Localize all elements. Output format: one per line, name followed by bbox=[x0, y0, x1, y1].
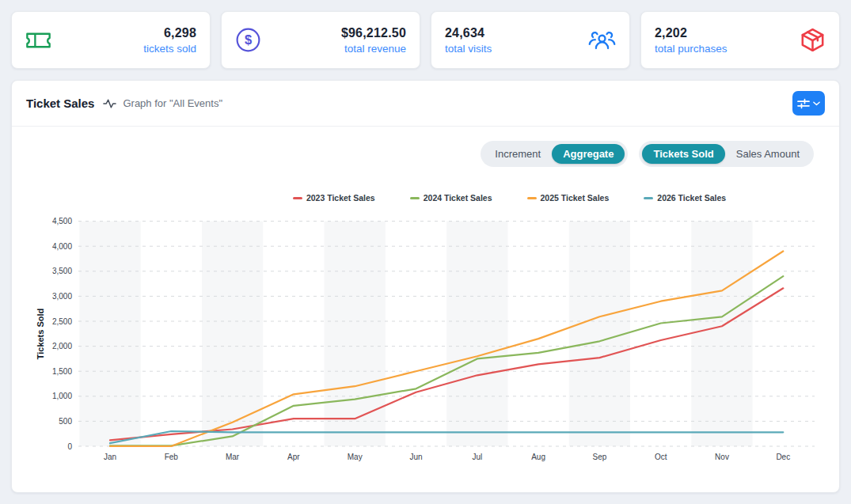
x-tick-label: Oct bbox=[655, 453, 667, 461]
chevron-down-icon bbox=[813, 101, 820, 106]
toggle-sales-amount[interactable]: Sales Amount bbox=[725, 144, 811, 164]
y-tick-label: 2,500 bbox=[52, 317, 72, 326]
legend-label: 2023 Ticket Sales bbox=[306, 193, 375, 203]
x-tick-label: Dec bbox=[776, 453, 790, 461]
x-tick-label: Nov bbox=[715, 453, 729, 461]
ticket-sales-chart[interactable]: 05001,0001,5002,0002,5003,0003,5004,0004… bbox=[12, 215, 839, 468]
stat-value: 2,202 bbox=[655, 26, 728, 40]
x-tick-label: Sep bbox=[593, 453, 607, 461]
y-tick-label: 2,000 bbox=[52, 342, 72, 351]
stat-card-total-visits: 24,634 total visits bbox=[431, 11, 630, 69]
legend-label: 2024 Ticket Sales bbox=[424, 193, 492, 203]
y-tick-label: 3,500 bbox=[52, 267, 72, 275]
x-tick-label: Feb bbox=[165, 453, 179, 461]
stat-label: total visits bbox=[445, 43, 492, 55]
legend-marker bbox=[644, 197, 653, 199]
dollar-coin-icon: $ bbox=[235, 27, 261, 53]
stat-value: $96,212.50 bbox=[341, 26, 406, 40]
plot-band bbox=[691, 222, 752, 446]
stat-label: total purchases bbox=[655, 43, 728, 55]
x-tick-label: Jun bbox=[409, 453, 422, 461]
toggle-aggregate[interactable]: Aggregate bbox=[552, 144, 625, 164]
sliders-icon bbox=[797, 98, 810, 109]
stat-card-tickets-sold: 6,298 tickets sold bbox=[11, 11, 211, 69]
y-tick-label: 500 bbox=[59, 417, 72, 426]
people-icon bbox=[588, 28, 616, 51]
y-tick-label: 4,000 bbox=[52, 242, 72, 251]
svg-text:$: $ bbox=[245, 32, 252, 47]
chart-area: 05001,0001,5002,0002,5003,0003,5004,0004… bbox=[12, 215, 839, 472]
toggle-increment[interactable]: Increment bbox=[484, 144, 552, 164]
legend-item-2026[interactable]: 2026 Ticket Sales bbox=[644, 193, 726, 203]
plot-band bbox=[79, 222, 140, 446]
stat-value: 24,634 bbox=[445, 26, 492, 40]
x-tick-label: Apr bbox=[287, 453, 300, 461]
ticket-icon bbox=[25, 30, 51, 51]
page-title: Ticket Sales bbox=[26, 97, 94, 110]
toggle-tickets-sold[interactable]: Tickets Sold bbox=[642, 144, 724, 164]
plot-band bbox=[446, 222, 507, 446]
y-tick-label: 1,500 bbox=[52, 367, 72, 376]
legend-marker bbox=[527, 197, 537, 199]
x-tick-label: Jan bbox=[104, 453, 116, 461]
x-tick-label: Mar bbox=[226, 453, 240, 461]
legend-marker bbox=[293, 197, 302, 199]
stat-label: tickets sold bbox=[143, 43, 196, 55]
y-tick-label: 3,000 bbox=[52, 292, 72, 301]
chart-settings-button[interactable] bbox=[792, 91, 825, 116]
y-tick-label: 0 bbox=[67, 442, 72, 451]
legend-item-2025[interactable]: 2025 Ticket Sales bbox=[527, 193, 610, 203]
ticket-sales-panel: Ticket Sales Graph for "All Events" In bbox=[11, 80, 840, 493]
y-tick-label: 1,000 bbox=[52, 392, 72, 400]
stat-value: 6,298 bbox=[143, 26, 196, 40]
legend-item-2024[interactable]: 2024 Ticket Sales bbox=[410, 193, 492, 203]
legend-item-2023[interactable]: 2023 Ticket Sales bbox=[293, 193, 375, 203]
activity-icon bbox=[103, 98, 116, 109]
panel-header: Ticket Sales Graph for "All Events" bbox=[12, 81, 839, 127]
metric-toggle-group: Tickets Sold Sales Amount bbox=[639, 141, 814, 167]
plot-band bbox=[325, 222, 386, 446]
stat-label: total revenue bbox=[341, 43, 406, 55]
stat-card-total-revenue: $ $96,212.50 total revenue bbox=[221, 11, 420, 69]
chart-legend: 2023 Ticket Sales 2024 Ticket Sales 2025… bbox=[96, 193, 851, 203]
x-tick-label: May bbox=[348, 453, 363, 461]
chart-controls: Increment Aggregate Tickets Sold Sales A… bbox=[12, 127, 839, 167]
plot-band bbox=[569, 222, 630, 446]
legend-label: 2026 Ticket Sales bbox=[657, 193, 726, 203]
legend-marker bbox=[410, 197, 420, 199]
stat-card-total-purchases: 2,202 total purchases bbox=[640, 11, 840, 69]
mode-toggle-group: Increment Aggregate bbox=[481, 141, 628, 167]
panel-subtitle: Graph for "All Events" bbox=[123, 97, 222, 109]
legend-label: 2025 Ticket Sales bbox=[541, 193, 610, 203]
x-tick-label: Aug bbox=[531, 453, 545, 461]
package-icon bbox=[800, 27, 826, 53]
y-axis-title: Tickets Sold bbox=[36, 309, 45, 360]
y-tick-label: 4,500 bbox=[52, 217, 72, 225]
x-tick-label: Jul bbox=[472, 453, 482, 461]
stats-row: 6,298 tickets sold $ $96,212.50 total re… bbox=[0, 0, 851, 69]
